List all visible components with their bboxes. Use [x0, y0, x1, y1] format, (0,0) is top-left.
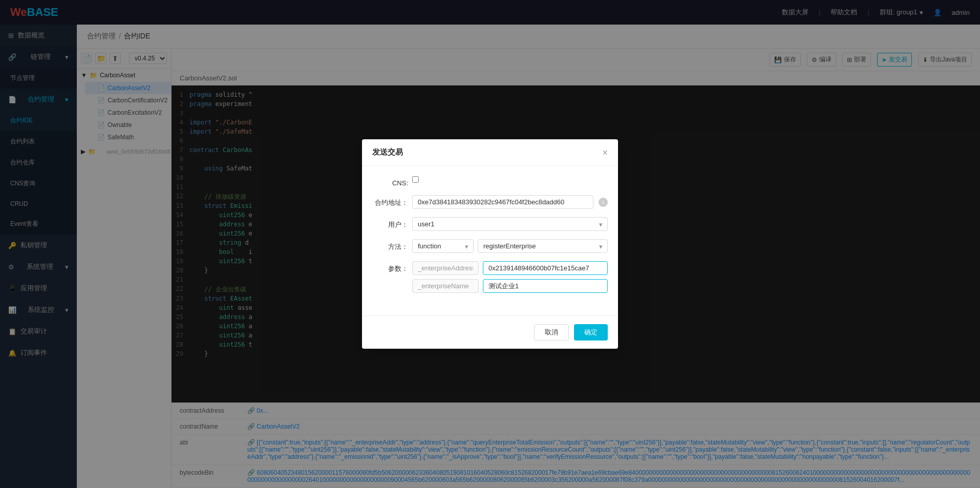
method-name-select[interactable]: registerEnterprise	[478, 239, 608, 253]
modal-header: 发送交易 ×	[362, 139, 618, 166]
method-control: function registerEnterprise	[412, 239, 608, 253]
contract-address-row: 合约地址： i	[372, 195, 608, 209]
param-value-1[interactable]	[483, 261, 608, 275]
method-type-select[interactable]: function	[412, 239, 474, 253]
param-name-1	[412, 261, 479, 275]
params-row: 参数：	[372, 261, 608, 297]
method-name-wrapper: registerEnterprise	[478, 239, 608, 253]
param-value-2[interactable]	[483, 279, 608, 293]
cns-checkbox[interactable]	[412, 176, 419, 183]
info-icon[interactable]: i	[599, 198, 608, 207]
contract-address-input[interactable]	[412, 195, 593, 209]
params-label: 参数：	[372, 261, 408, 273]
param-grid-2	[412, 279, 608, 293]
user-label: 用户：	[372, 217, 408, 229]
modal-footer: 取消 确定	[362, 315, 618, 349]
cns-label: CNS:	[372, 176, 408, 187]
modal-body: CNS: 合约地址： i 用户： user1	[362, 166, 618, 315]
confirm-button[interactable]: 确定	[574, 324, 608, 341]
cancel-button[interactable]: 取消	[534, 324, 569, 341]
modal-title: 发送交易	[372, 147, 403, 157]
method-row-inner: function registerEnterprise	[412, 239, 608, 253]
send-transaction-modal: 发送交易 × CNS: 合约地址： i 用户：	[362, 139, 618, 349]
params-control	[412, 261, 608, 297]
param-grid-1	[412, 261, 608, 275]
cns-control	[412, 176, 608, 184]
param-name-2	[412, 279, 479, 293]
contract-address-control: i	[412, 195, 608, 209]
modal-close-button[interactable]: ×	[602, 148, 608, 157]
method-row: 方法： function registerEnterprise	[372, 239, 608, 253]
cns-row: CNS:	[372, 176, 608, 187]
user-control: user1	[412, 217, 608, 231]
modal-overlay: 发送交易 × CNS: 合约地址： i 用户：	[0, 0, 980, 488]
user-select[interactable]: user1	[412, 217, 608, 231]
method-label: 方法：	[372, 239, 408, 251]
contract-address-label: 合约地址：	[372, 195, 408, 207]
user-row: 用户： user1	[372, 217, 608, 231]
method-type-wrapper: function	[412, 239, 474, 253]
